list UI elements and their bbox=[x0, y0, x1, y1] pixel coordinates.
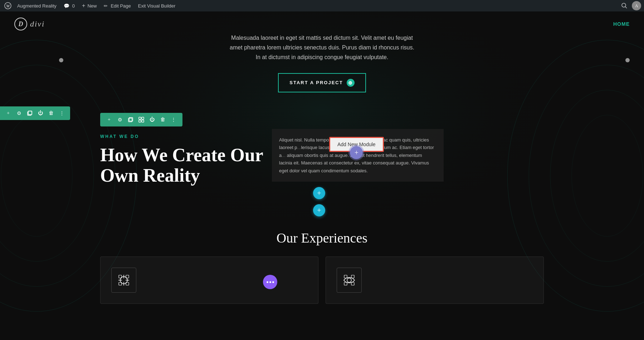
svg-text:W: W bbox=[6, 4, 10, 9]
experiences-title: Our Experiences bbox=[0, 230, 644, 246]
svg-rect-34 bbox=[344, 282, 347, 285]
svg-point-31 bbox=[347, 278, 351, 282]
svg-rect-14 bbox=[28, 111, 32, 115]
admin-bar: W Augmented Reality 💬 0 + New ✏ Edit Pag… bbox=[0, 0, 644, 11]
toolbar-add-button[interactable]: + bbox=[4, 109, 13, 118]
admin-avatar[interactable]: A bbox=[632, 1, 641, 10]
admin-search[interactable] bbox=[618, 3, 630, 9]
section-disable-button[interactable]: ⏻ bbox=[147, 115, 157, 124]
nav-links: HOME bbox=[613, 21, 630, 27]
dot-2 bbox=[269, 281, 271, 283]
svg-line-3 bbox=[625, 7, 627, 9]
add-row-button-2[interactable]: + bbox=[313, 204, 325, 216]
svg-rect-21 bbox=[142, 120, 144, 122]
dot-3 bbox=[272, 281, 274, 283]
section-grid-button[interactable] bbox=[137, 115, 146, 124]
experiences-section: Our Experiences bbox=[0, 230, 644, 304]
experience-card-1 bbox=[100, 257, 318, 304]
wp-logo[interactable]: W bbox=[3, 1, 13, 11]
section-more-button[interactable]: ⋮ bbox=[169, 115, 178, 124]
site-logo: D divi bbox=[14, 18, 45, 30]
start-project-button[interactable]: START A PROJECT ⊕ bbox=[278, 73, 366, 92]
section-toolbar: + ⚙ ⏻ 🗑 ⋮ bbox=[100, 113, 182, 126]
section-add-button[interactable]: + bbox=[104, 115, 114, 124]
admin-new[interactable]: + New bbox=[79, 0, 99, 11]
svg-rect-19 bbox=[142, 117, 144, 119]
three-dots-button[interactable] bbox=[263, 275, 277, 289]
section-clone-button[interactable] bbox=[126, 115, 135, 124]
svg-point-2 bbox=[622, 3, 626, 7]
divi-logo-circle: D bbox=[14, 18, 27, 30]
add-new-module-tooltip: Add New Module + bbox=[329, 137, 384, 152]
admin-edit-page[interactable]: ✏ Edit Page bbox=[101, 0, 133, 11]
card-icon-box-2 bbox=[337, 268, 362, 293]
nav-link-home[interactable]: HOME bbox=[613, 21, 630, 27]
svg-rect-20 bbox=[139, 120, 141, 122]
section-delete-button[interactable]: 🗑 bbox=[158, 115, 167, 124]
toolbar-disable-button[interactable]: ⏻ bbox=[36, 109, 45, 118]
divi-logo-text: divi bbox=[30, 19, 45, 29]
toolbar-delete-button[interactable]: 🗑 bbox=[47, 109, 56, 118]
section-heading: How We Create Our Own Reality bbox=[100, 145, 286, 186]
cta-icon: ⊕ bbox=[347, 79, 355, 87]
svg-rect-33 bbox=[351, 275, 354, 278]
admin-comments[interactable]: 💬 0 bbox=[61, 0, 78, 11]
admin-exit-visual-builder[interactable]: Exit Visual Builder bbox=[135, 0, 179, 11]
dot-1 bbox=[267, 281, 268, 283]
main-nav: D divi HOME bbox=[0, 11, 644, 37]
card-icon-box-1 bbox=[111, 268, 136, 293]
admin-site-name[interactable]: Augmented Reality bbox=[14, 0, 59, 11]
toolbar-more-button[interactable]: ⋮ bbox=[57, 109, 67, 118]
section-settings-button[interactable]: ⚙ bbox=[115, 115, 125, 124]
experience-card-2 bbox=[326, 257, 544, 304]
toolbar-clone-button[interactable] bbox=[25, 109, 34, 118]
svg-rect-18 bbox=[139, 117, 141, 119]
svg-rect-35 bbox=[351, 282, 354, 285]
add-row-button-1[interactable]: + bbox=[313, 187, 325, 199]
experience-cards bbox=[0, 257, 644, 304]
hero-subtitle: Malesuada laoreet in eget sit mattis sed… bbox=[197, 33, 447, 62]
toolbar-settings-button[interactable]: ⚙ bbox=[14, 109, 24, 118]
add-module-plus-button[interactable]: + bbox=[350, 146, 363, 159]
page-content: D divi HOME Malesuada laoreet in eget si… bbox=[0, 11, 644, 340]
svg-rect-32 bbox=[344, 275, 347, 278]
left-toolbar: + ⚙ ⏻ 🗑 ⋮ bbox=[0, 106, 70, 120]
